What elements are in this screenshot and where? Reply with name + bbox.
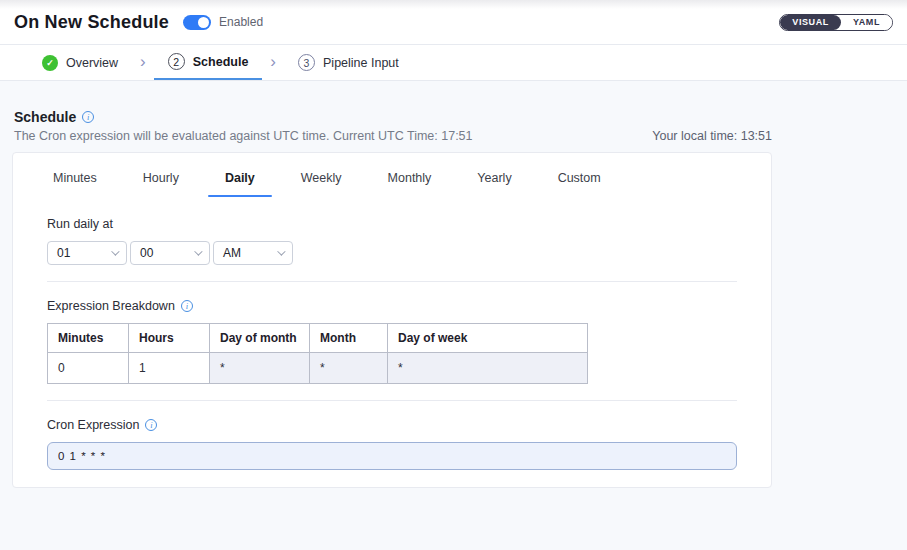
hour-select[interactable]: 01 <box>47 241 127 265</box>
tab-hourly[interactable]: Hourly <box>143 165 179 197</box>
tab-monthly[interactable]: Monthly <box>388 165 432 197</box>
chevron-right-icon: › <box>132 43 154 80</box>
cron-expression-input[interactable] <box>47 442 737 470</box>
frequency-tabs: Minutes Hourly Daily Weekly Monthly Year… <box>47 165 737 197</box>
visual-view-button[interactable]: VISUAL <box>780 15 841 30</box>
page-header: On New Schedule Enabled VISUAL YAML <box>0 0 907 44</box>
minute-select-value: 00 <box>140 246 153 260</box>
chevron-down-icon <box>277 247 285 255</box>
chevron-down-icon <box>194 247 202 255</box>
info-icon[interactable]: i <box>82 111 94 123</box>
toggle-knob <box>198 17 209 28</box>
run-daily-label: Run daily at <box>47 217 737 231</box>
schedule-heading: Schedule <box>14 109 76 125</box>
tab-yearly[interactable]: Yearly <box>477 165 511 197</box>
view-mode-switch: VISUAL YAML <box>779 14 893 31</box>
step-schedule[interactable]: 2 Schedule <box>154 45 263 80</box>
tab-custom[interactable]: Custom <box>558 165 601 197</box>
step-schedule-label: Schedule <box>193 55 249 69</box>
schedule-heading-block: Schedule i The Cron expression will be e… <box>14 109 473 143</box>
chevron-down-icon <box>111 247 119 255</box>
tab-daily[interactable]: Daily <box>225 165 255 197</box>
meridiem-select-value: AM <box>223 246 241 260</box>
schedule-card: Minutes Hourly Daily Weekly Monthly Year… <box>12 152 772 488</box>
step-pipeline-input[interactable]: 3 Pipeline Input <box>284 45 413 80</box>
expression-breakdown-heading: Expression Breakdown <box>47 299 175 313</box>
cell-day-of-month: * <box>210 353 310 384</box>
col-header-month: Month <box>310 324 388 353</box>
section-divider <box>47 281 737 282</box>
utc-description: The Cron expression will be evaluated ag… <box>14 129 473 143</box>
page-title: On New Schedule <box>14 12 169 33</box>
expression-breakdown-table: Minutes Hours Day of month Month Day of … <box>47 323 588 384</box>
step-number-badge: 3 <box>298 54 315 71</box>
step-overview-label: Overview <box>66 56 118 70</box>
chevron-right-icon: › <box>262 43 284 80</box>
cell-hours: 1 <box>129 353 210 384</box>
time-selects: 01 00 AM <box>47 241 737 265</box>
section-divider <box>47 400 737 401</box>
table-row: 0 1 * * * <box>48 353 588 384</box>
col-header-hours: Hours <box>129 324 210 353</box>
col-header-day-of-week: Day of week <box>388 324 588 353</box>
enabled-toggle[interactable] <box>183 15 211 30</box>
table-header-row: Minutes Hours Day of month Month Day of … <box>48 324 588 353</box>
info-icon[interactable]: i <box>145 419 157 431</box>
minute-select[interactable]: 00 <box>130 241 210 265</box>
wizard-steps-bar: ✓ Overview › 2 Schedule › 3 Pipeline Inp… <box>0 44 907 81</box>
tab-minutes[interactable]: Minutes <box>53 165 97 197</box>
info-icon[interactable]: i <box>181 300 193 312</box>
main-content: Schedule i The Cron expression will be e… <box>0 81 907 488</box>
enabled-toggle-group: Enabled <box>183 15 263 30</box>
meridiem-select[interactable]: AM <box>213 241 293 265</box>
col-header-day-of-month: Day of month <box>210 324 310 353</box>
step-pipeline-input-label: Pipeline Input <box>323 56 399 70</box>
step-overview[interactable]: ✓ Overview <box>28 45 132 80</box>
hour-select-value: 01 <box>57 246 70 260</box>
yaml-view-button[interactable]: YAML <box>841 15 892 30</box>
cell-day-of-week: * <box>388 353 588 384</box>
tab-weekly[interactable]: Weekly <box>301 165 342 197</box>
step-number-badge: 2 <box>168 53 185 70</box>
cron-expression-heading: Cron Expression <box>47 418 139 432</box>
enabled-toggle-label: Enabled <box>219 15 263 29</box>
cell-month: * <box>310 353 388 384</box>
col-header-minutes: Minutes <box>48 324 129 353</box>
cell-minutes: 0 <box>48 353 129 384</box>
schedule-heading-row: Schedule i The Cron expression will be e… <box>12 109 772 143</box>
local-time-text: Your local time: 13:51 <box>652 129 772 143</box>
check-icon: ✓ <box>42 55 58 71</box>
